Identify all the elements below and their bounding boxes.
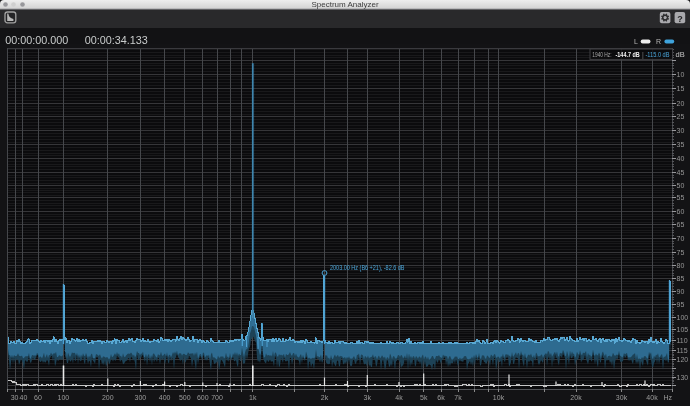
svg-text:20: 20: [677, 100, 685, 107]
svg-text:300: 300: [135, 394, 147, 401]
svg-text:55: 55: [677, 194, 685, 201]
svg-text:-115.0 dB: -115.0 dB: [646, 51, 670, 58]
svg-text:40k: 40k: [646, 394, 658, 401]
svg-text:R: R: [656, 38, 661, 45]
svg-text:70: 70: [677, 235, 685, 242]
svg-text:105: 105: [677, 326, 689, 333]
svg-text:120: 120: [677, 356, 689, 363]
svg-text:200: 200: [102, 394, 114, 401]
svg-text:2k: 2k: [321, 394, 329, 401]
svg-text:85: 85: [677, 275, 685, 282]
svg-text:30k: 30k: [616, 394, 628, 401]
svg-text:00:00:00.000: 00:00:00.000: [5, 34, 68, 46]
svg-text:10k: 10k: [493, 394, 505, 401]
svg-text:?: ?: [677, 14, 683, 24]
svg-text:400: 400: [159, 394, 171, 401]
svg-text:30: 30: [677, 127, 685, 134]
svg-text:500: 500: [179, 394, 191, 401]
svg-text:00:00:34.133: 00:00:34.133: [85, 34, 148, 46]
svg-text:115: 115: [677, 347, 688, 354]
svg-text:4k: 4k: [395, 394, 403, 401]
svg-text:3k: 3k: [364, 394, 372, 401]
svg-text:6k: 6k: [437, 394, 445, 401]
svg-text:700: 700: [211, 394, 223, 401]
svg-text:20k: 20k: [570, 394, 582, 401]
svg-text:60: 60: [677, 208, 685, 215]
svg-text:75: 75: [677, 249, 685, 256]
svg-text:1940 Hz:: 1940 Hz:: [592, 51, 611, 58]
svg-text:100: 100: [677, 314, 689, 321]
svg-text:5k: 5k: [420, 394, 428, 401]
svg-text:10: 10: [677, 71, 685, 78]
svg-text:80: 80: [677, 262, 685, 269]
svg-text:90: 90: [677, 288, 685, 295]
svg-text:7k: 7k: [454, 394, 462, 401]
svg-text:40: 40: [20, 394, 28, 401]
svg-text:30: 30: [11, 394, 19, 401]
svg-text:110: 110: [677, 337, 688, 344]
svg-text:Spectrum Analyzer: Spectrum Analyzer: [311, 0, 378, 9]
svg-text:65: 65: [677, 221, 685, 228]
svg-text:45: 45: [677, 169, 685, 176]
svg-text:60: 60: [34, 394, 42, 401]
svg-text:100: 100: [58, 394, 70, 401]
svg-text:-144.7 dB: -144.7 dB: [616, 51, 640, 58]
svg-text:600: 600: [197, 394, 209, 401]
svg-text:1k: 1k: [249, 394, 257, 401]
svg-text:95: 95: [677, 301, 685, 308]
svg-text:dB: dB: [676, 50, 685, 59]
svg-text:25: 25: [677, 113, 685, 120]
svg-text:L: L: [634, 38, 638, 45]
svg-text:Hz: Hz: [664, 394, 673, 401]
svg-text:|: |: [642, 51, 644, 59]
svg-text:40: 40: [677, 155, 685, 162]
svg-text:2003.00 Hz (B6 +21), -82.6 dB: 2003.00 Hz (B6 +21), -82.6 dB: [330, 264, 405, 272]
svg-text:50: 50: [677, 182, 685, 189]
svg-text:15: 15: [677, 85, 685, 92]
svg-text:130: 130: [677, 374, 689, 381]
svg-text:35: 35: [677, 141, 685, 148]
